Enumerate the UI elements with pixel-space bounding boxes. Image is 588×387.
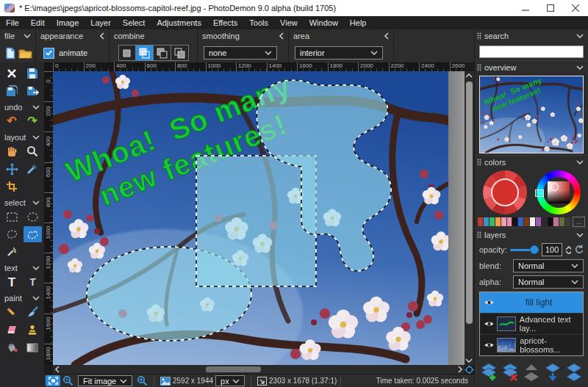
text-tool[interactable]: T [3, 274, 21, 290]
color-swatch[interactable] [478, 217, 483, 226]
layer-visibility-icon[interactable] [484, 299, 495, 306]
combine-intersect-button[interactable] [171, 45, 189, 61]
maximize-button[interactable] [538, 0, 563, 16]
color-swatch[interactable] [495, 217, 501, 226]
add-layer-button[interactable] [479, 363, 498, 382]
layout-group-header[interactable]: layout [0, 132, 44, 142]
color-swatch[interactable] [490, 217, 495, 226]
more-swatches-button[interactable]: ... [573, 217, 586, 227]
crop-tool[interactable] [3, 178, 21, 195]
menu-view[interactable]: View [274, 16, 304, 29]
menu-tools[interactable]: Tools [243, 16, 274, 29]
color-swatch[interactable] [524, 217, 529, 226]
opacity-reset-button[interactable] [574, 245, 584, 256]
navigator-button[interactable] [464, 364, 474, 375]
combine-replace-button[interactable] [118, 45, 136, 61]
drag-grip-icon[interactable] [477, 159, 481, 166]
colors-panel-header[interactable]: colors [475, 155, 588, 169]
color-swatch[interactable] [518, 217, 523, 226]
paintbrush-tool[interactable] [24, 304, 42, 320]
paint-group-header[interactable]: paint [0, 293, 44, 303]
zoom-in-button[interactable] [137, 375, 148, 386]
menu-image[interactable]: Image [51, 16, 85, 29]
undo-button[interactable]: ↶ [3, 113, 21, 129]
save-button[interactable] [24, 65, 42, 82]
smoothing-dropdown[interactable]: none [204, 46, 277, 59]
scroll-up-icon[interactable] [465, 71, 473, 80]
text-group-header[interactable]: text [0, 263, 44, 273]
zoom-out-button[interactable] [62, 375, 74, 386]
unit-dropdown[interactable]: px [215, 375, 245, 386]
drag-grip-icon[interactable] [477, 64, 481, 71]
color-swatch[interactable] [530, 217, 535, 226]
hand-tool[interactable] [3, 143, 21, 159]
drag-grip-icon[interactable] [477, 231, 481, 239]
layer-row-advanced-text[interactable]: Advanced text lay... [480, 313, 583, 334]
raise-layer-button[interactable] [522, 363, 541, 382]
image-viewport[interactable] [53, 71, 465, 365]
menu-adjustments[interactable]: Adjustments [151, 16, 207, 29]
color-swatch[interactable] [542, 217, 547, 226]
alpha-mode-dropdown[interactable]: Normal [513, 275, 584, 289]
layer-visibility-icon[interactable] [484, 341, 493, 349]
lower-layer-button[interactable] [543, 363, 562, 382]
zoom-dropdown[interactable]: Fit image [78, 375, 132, 386]
menu-layer[interactable]: Layer [85, 16, 117, 29]
minimize-button[interactable] [513, 0, 538, 16]
overview-thumbnail[interactable] [479, 76, 584, 153]
area-section-header[interactable]: area [289, 29, 393, 42]
opacity-slider[interactable] [510, 245, 539, 254]
horizontal-scroll-thumb[interactable] [206, 366, 261, 372]
menu-help[interactable]: Help [344, 16, 373, 29]
gradient-tool[interactable] [24, 339, 42, 355]
appearance-section-header[interactable]: appearance [36, 29, 109, 42]
color-swatch[interactable] [484, 217, 489, 226]
layer-row-fill-light[interactable]: fill light [480, 292, 583, 313]
redo-button[interactable]: ↷ [24, 113, 42, 129]
menu-select[interactable]: Select [117, 16, 151, 29]
combine-section-header[interactable]: combine [110, 29, 197, 42]
close-image-button[interactable] [3, 65, 21, 82]
color-swatch[interactable] [559, 217, 564, 226]
hue-color-wheel[interactable] [537, 170, 581, 214]
menu-window[interactable]: Window [304, 16, 344, 29]
color-swatch[interactable] [565, 217, 570, 226]
fit-canvas-button[interactable] [46, 375, 60, 386]
lasso-select-tool[interactable] [3, 226, 21, 242]
animate-checkbox[interactable] [43, 48, 54, 59]
layers-panel-header[interactable]: layers [475, 228, 588, 242]
color-swatch[interactable] [501, 217, 506, 226]
clone-stamp-tool[interactable] [24, 322, 42, 338]
search-panel-header[interactable]: search [475, 29, 588, 43]
new-image-button[interactable] [3, 45, 18, 61]
menu-file[interactable]: File [0, 16, 25, 29]
open-image-button[interactable] [18, 45, 32, 61]
blend-mode-dropdown[interactable]: Normal [513, 259, 584, 272]
opacity-spinner[interactable] [565, 246, 571, 254]
undo-group-header[interactable]: undo [0, 102, 44, 112]
color-swatch[interactable] [536, 217, 541, 226]
canvas-image[interactable] [53, 71, 448, 365]
menu-edit[interactable]: Edit [25, 16, 51, 29]
harmony-color-wheel[interactable] [483, 170, 527, 214]
export-button[interactable] [24, 83, 42, 99]
fill-bucket-tool[interactable] [3, 339, 21, 355]
scroll-left-icon[interactable] [53, 365, 62, 374]
select-group-header[interactable]: select [0, 198, 44, 208]
combine-add-button[interactable] [136, 45, 154, 61]
drag-grip-icon[interactable] [477, 32, 481, 40]
magic-wand-tool[interactable] [3, 244, 21, 260]
vertical-scroll-thumb[interactable] [466, 82, 473, 324]
advanced-text-tool[interactable]: T [24, 274, 42, 290]
delete-layer-button[interactable] [501, 363, 520, 382]
zoom-tool[interactable] [24, 143, 42, 159]
search-input[interactable] [479, 46, 584, 58]
color-picker-tool[interactable] [24, 161, 42, 177]
combine-subtract-button[interactable] [154, 45, 171, 61]
color-swatch[interactable] [553, 217, 559, 226]
eraser-tool[interactable] [3, 322, 21, 338]
move-tool[interactable] [3, 161, 21, 177]
layer-order-button[interactable] [564, 363, 584, 382]
menu-effects[interactable]: Effects [207, 16, 243, 29]
color-swatch[interactable] [512, 217, 517, 226]
